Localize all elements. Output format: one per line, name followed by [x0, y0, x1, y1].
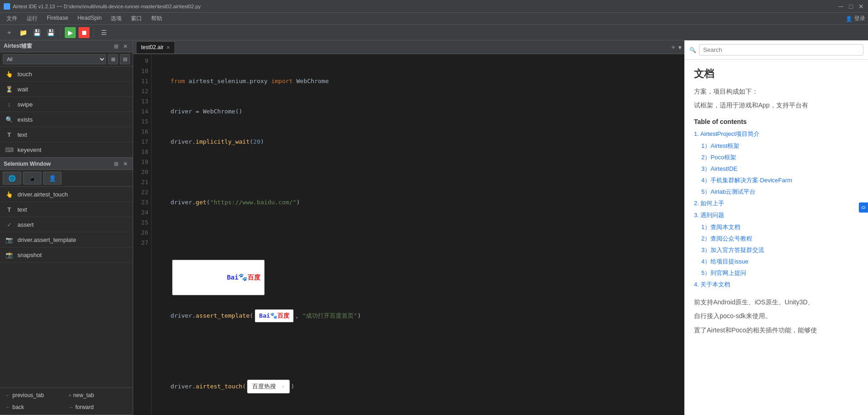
selenium-text-icon: T	[5, 205, 14, 214]
forward-item[interactable]: → forward	[65, 402, 127, 413]
save-button[interactable]: 💾	[31, 27, 42, 38]
right-search: 🔍	[685, 40, 868, 60]
selenium-panel-controls: ⊞ ✕	[113, 160, 129, 168]
docs-text-5: 置了Airtest和Poco的相关插件功能，能够使	[694, 325, 859, 335]
layout-button[interactable]: ☰	[98, 27, 109, 38]
selenium-item-driver-assert[interactable]: 📷 driver.assert_template	[0, 232, 133, 247]
title-bar-controls[interactable]: ─ □ ✕	[838, 3, 864, 10]
tab-close-icon[interactable]: ✕	[166, 45, 170, 50]
menu-help[interactable]: 帮助	[147, 14, 166, 23]
assistant-item-exists-label: exists	[17, 116, 33, 123]
toc-item-3[interactable]: 3. 遇到问题	[694, 210, 859, 220]
assistant-item-swipe[interactable]: ↕ swipe	[0, 97, 133, 112]
maximize-button[interactable]: □	[848, 3, 854, 10]
toc-sub-3-2[interactable]: 2）查阅公众号教程	[694, 234, 859, 244]
toc-sub-3-3[interactable]: 3）加入官方答疑群交流	[694, 245, 859, 255]
text-icon: T	[5, 130, 14, 139]
stop-button[interactable]: ⏹	[79, 27, 90, 38]
code-line-11: driver.implicitly_wait(20)	[156, 137, 680, 147]
toc-sub-1-1[interactable]: 1）Airtest框架	[694, 141, 859, 151]
filter-select[interactable]: All	[3, 54, 106, 64]
selenium-tabs: 🌐 📱 👤	[0, 170, 133, 187]
selenium-item-text-label: text	[17, 206, 27, 213]
center-panel: test02.air ✕ ＋ ▾ 9 10 11 12 13 14	[133, 40, 684, 415]
previous-tab-item[interactable]: ← previous_tab	[2, 390, 64, 401]
search-input[interactable]	[699, 44, 863, 56]
code-line-12	[156, 167, 680, 177]
airtest-panel-title: Airtest辅窗	[4, 42, 32, 50]
editor-content[interactable]: 9 10 11 12 13 14 15 16 17 18 19 20 21 22…	[133, 54, 684, 415]
toc-title: Table of contents	[694, 118, 859, 125]
selenium-close-button[interactable]: ✕	[122, 160, 129, 168]
assistant-item-keyevent[interactable]: ⌨ keyevent	[0, 142, 133, 157]
minimize-button[interactable]: ─	[838, 3, 844, 10]
toc-sub-3-5[interactable]: 5）到官网上提问	[694, 268, 859, 278]
code-line-16: driver.assert_template( Bai🐾百度 , "成功打开百度…	[156, 306, 680, 326]
menu-options[interactable]: 选项	[107, 14, 125, 23]
selenium-item-text[interactable]: T text	[0, 202, 133, 217]
toc-sub-1-2[interactable]: 2）Poco框架	[694, 152, 859, 163]
panel-expand-button[interactable]: ⊞	[113, 43, 120, 50]
close-button[interactable]: ✕	[858, 3, 864, 10]
selenium-tab-web[interactable]: 🌐	[3, 172, 21, 185]
assistant-item-touch[interactable]: 👆 touch	[0, 67, 133, 82]
line-numbers: 9 10 11 12 13 14 15 16 17 18 19 20 21 22…	[133, 54, 152, 415]
toc-sub-1-3[interactable]: 3）AirtestIDE	[694, 164, 859, 174]
editor-tab-left: test02.air ✕	[136, 41, 175, 53]
menu-run[interactable]: 运行	[23, 14, 41, 23]
airtest-assistant-panel: Airtest辅窗 ⊞ ✕ All ⊞ ⊟ 👆 touch ⏳	[0, 40, 133, 158]
toc-item-4[interactable]: 4. 关于本文档	[694, 280, 859, 290]
toc-item-1[interactable]: 1. AirtestProject项目简介	[694, 129, 859, 139]
assistant-items-list: 👆 touch ⏳ wait ↕ swipe 🔍 exists T te	[0, 67, 133, 157]
new-tab-label: new_tab	[73, 392, 94, 398]
menu-user[interactable]: 👤 登录	[845, 15, 865, 22]
editor-add-button[interactable]: ＋	[670, 43, 676, 51]
assert-icon: ✓	[5, 220, 14, 229]
code-line-10: driver = WebChrome()	[156, 107, 680, 117]
code-line-18: driver.airtest_touch( 百度热搜 › )	[156, 376, 680, 397]
toc-item-2[interactable]: 2. 如何上手	[694, 198, 859, 208]
menu-window[interactable]: 窗口	[127, 14, 146, 23]
toc-sub-3-1[interactable]: 1）查阅本文档	[694, 222, 859, 232]
editor-tab-test02[interactable]: test02.air ✕	[136, 41, 175, 53]
filter-icon-button[interactable]: ⊞	[108, 54, 118, 64]
editor-tab-bar: test02.air ✕ ＋ ▾	[133, 40, 684, 54]
selenium-tab-mobile[interactable]: 📱	[23, 172, 41, 185]
toc-sub-1-4[interactable]: 4）手机集群解决方案·DeviceFarm	[694, 175, 859, 185]
touch-icon: 👆	[5, 69, 14, 79]
editor-area: test02.air ✕ ＋ ▾ 9 10 11 12 13 14	[133, 40, 684, 415]
back-item[interactable]: ← back	[2, 402, 64, 413]
feedback-tab[interactable]: 0	[859, 202, 868, 213]
open-button[interactable]: 📁	[17, 27, 28, 38]
assistant-item-text[interactable]: T text	[0, 127, 133, 142]
back-icon: ←	[6, 404, 11, 410]
new-tab-item[interactable]: + new_tab	[65, 390, 127, 401]
assistant-item-swipe-label: swipe	[17, 101, 33, 108]
title-bar: Airtest IDE v1.2.13 ~~ D:\demo\multi\mul…	[0, 0, 868, 13]
panel-close-button[interactable]: ✕	[122, 43, 129, 50]
filter-settings-button[interactable]: ⊟	[120, 54, 130, 64]
toc-sub-3-4[interactable]: 4）给项目提issue	[694, 257, 859, 267]
code-editor[interactable]: from airtest_selenium.proxy import WebCh…	[152, 54, 684, 415]
saveas-button[interactable]: 💾	[45, 27, 56, 38]
selenium-item-snapshot[interactable]: 📸 snapshot	[0, 247, 133, 263]
editor-menu-button[interactable]: ▾	[678, 43, 682, 51]
selenium-tab-user[interactable]: 👤	[43, 172, 62, 185]
menu-firebase[interactable]: Firebase	[43, 14, 72, 23]
assistant-item-wait[interactable]: ⏳ wait	[0, 82, 133, 97]
run-button[interactable]: ▶	[65, 27, 76, 38]
assistant-item-exists[interactable]: 🔍 exists	[0, 112, 133, 127]
panel-controls: ⊞ ✕	[113, 43, 129, 50]
driver-assert-icon: 📷	[5, 235, 14, 244]
selenium-item-assert[interactable]: ✓ assert	[0, 217, 133, 232]
toc-sub-1-5[interactable]: 5）Airlab云测试平台	[694, 187, 859, 197]
selenium-panel-header: Selenium Window ⊞ ✕	[0, 158, 133, 170]
selenium-expand-button[interactable]: ⊞	[113, 160, 120, 168]
swipe-icon: ↕	[5, 100, 14, 109]
assistant-item-text-label: text	[17, 131, 27, 138]
menu-headspin[interactable]: HeadSpin	[74, 14, 106, 23]
selenium-item-airtest-touch[interactable]: 👆 driver.airtest_touch	[0, 187, 133, 202]
menu-file[interactable]: 文件	[3, 14, 21, 23]
new-button[interactable]: ＋	[4, 27, 15, 38]
selenium-item-driver-assert-label: driver.assert_template	[17, 236, 76, 243]
